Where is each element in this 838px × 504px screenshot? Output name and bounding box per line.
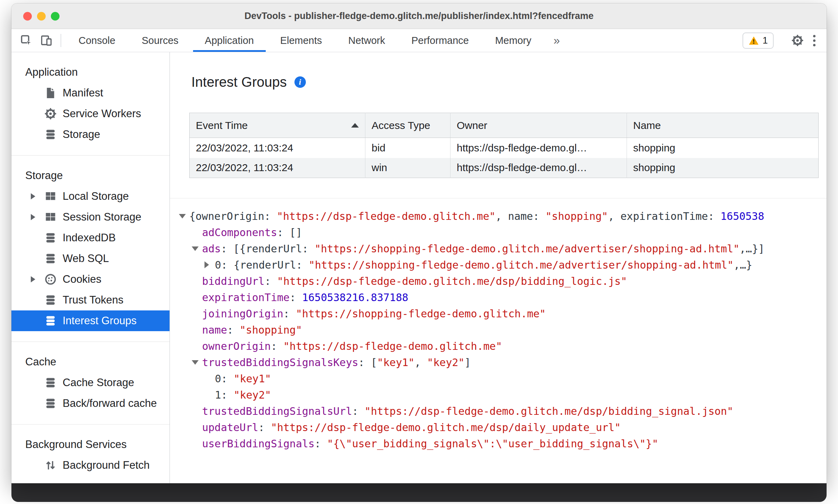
more-tabs-button[interactable]: »	[545, 29, 569, 52]
disclosure-triangle-icon[interactable]	[179, 214, 186, 218]
sidebar-item-cache-storage[interactable]: Cache Storage	[11, 372, 170, 393]
toolbar-right-group: 1	[743, 29, 827, 52]
sidebar-item-storage[interactable]: Storage	[11, 124, 170, 145]
json-key: updateUrl	[202, 421, 258, 433]
sidebar-item-background-fetch[interactable]: Background Fetch	[11, 455, 170, 476]
tree-line[interactable]: 0: {renderUrl: "https://shopping-fledge-…	[170, 257, 827, 273]
cell-name: shopping	[627, 158, 819, 178]
tab-sources[interactable]: Sources	[128, 29, 191, 52]
tab-memory[interactable]: Memory	[482, 29, 545, 52]
storage-database-icon	[44, 314, 57, 327]
sidebar-item-web-sql[interactable]: Web SQL	[11, 248, 170, 269]
service-workers-gear-icon	[44, 107, 57, 120]
column-header-name[interactable]: Name	[627, 113, 819, 138]
storage-database-icon	[44, 128, 57, 141]
table-grid-icon	[44, 190, 57, 203]
disclosure-triangle-icon[interactable]	[31, 276, 44, 282]
page-title: Interest Groups	[191, 74, 287, 90]
sidebar-item-cookies[interactable]: Cookies	[11, 269, 170, 290]
tree-line[interactable]: trustedBiddingSignalsUrl: "https://dsp-f…	[170, 403, 827, 419]
issues-warning-badge[interactable]: 1	[743, 32, 774, 49]
sidebar-item-manifest[interactable]: Manifest	[11, 83, 170, 103]
tree-line[interactable]: ads: [{renderUrl: "https://shopping-fled…	[170, 241, 827, 257]
json-num: 1650538216.837188	[302, 291, 408, 304]
json-key: expirationTime	[202, 291, 290, 304]
tree-line[interactable]: 0: "key1"	[170, 371, 827, 387]
column-header-event-time[interactable]: Event Time	[190, 113, 365, 138]
json-str: "shopping"	[239, 324, 302, 336]
warning-icon	[748, 35, 759, 46]
sidebar-section-application: ApplicationManifestService WorkersStorag…	[11, 52, 170, 156]
sidebar-item-session-storage[interactable]: Session Storage	[11, 207, 170, 227]
sidebar-item-back-forward-cache[interactable]: Back/forward cache	[11, 393, 170, 414]
info-icon[interactable]	[294, 76, 306, 88]
tree-line[interactable]: biddingUrl: "https://dsp-fledge-demo.gli…	[170, 273, 827, 289]
settings-gear-icon[interactable]	[787, 31, 808, 49]
json-str: "https://dsp-fledge-demo.glitch.me/dsp/d…	[271, 421, 621, 433]
disclosure-triangle-icon[interactable]	[192, 360, 199, 365]
tree-line[interactable]: 1: "key2"	[170, 387, 827, 403]
cell-access-type: win	[365, 158, 450, 178]
disclosure-triangle-icon[interactable]	[31, 193, 44, 199]
json-plain: :	[221, 373, 234, 385]
disclosure-triangle-icon[interactable]	[204, 261, 209, 268]
sidebar-item-label: Service Workers	[63, 108, 141, 120]
tree-line[interactable]: joiningOrigin: "https://shopping-fledge-…	[170, 306, 827, 322]
close-window-button[interactable]	[23, 12, 32, 20]
json-str: "https://shopping-fledge-demo.glitch.me"	[296, 308, 546, 320]
table-row[interactable]: 22/03/2022, 11:03:24bidhttps://dsp-fledg…	[190, 138, 819, 158]
cell-access-type: bid	[365, 138, 450, 158]
json-plain: :	[265, 275, 277, 287]
tab-console[interactable]: Console	[65, 29, 128, 52]
tree-line[interactable]: adComponents: []	[170, 224, 827, 241]
table-grid-icon	[44, 211, 57, 224]
inspect-icon[interactable]	[16, 31, 36, 49]
more-menu-icon[interactable]	[808, 35, 821, 46]
tree-line[interactable]: userBiddingSignals: "{\"user_bidding_sig…	[170, 436, 827, 452]
json-str: "{\"user_bidding_signals\":\"user_biddin…	[327, 438, 658, 450]
tree-line[interactable]: trustedBiddingSignalsKeys: ["key1", "key…	[170, 354, 827, 371]
sidebar-item-label: Storage	[63, 128, 100, 141]
tree-line[interactable]: name: "shopping"	[170, 322, 827, 338]
json-str: "key1"	[377, 356, 415, 368]
toolbar-separator	[61, 34, 61, 47]
sidebar-item-indexeddb[interactable]: IndexedDB	[11, 227, 170, 248]
minimize-window-button[interactable]	[37, 12, 46, 20]
sidebar-item-service-workers[interactable]: Service Workers	[11, 103, 170, 124]
sidebar-section-title-storage[interactable]: Storage	[11, 165, 170, 186]
json-key: name	[202, 324, 227, 336]
sidebar-item-label: Interest Groups	[63, 315, 137, 327]
sidebar-item-local-storage[interactable]: Local Storage	[11, 186, 170, 207]
json-plain: : {renderUrl:	[221, 259, 309, 271]
tab-elements[interactable]: Elements	[267, 29, 335, 52]
devtools-body: ApplicationManifestService WorkersStorag…	[11, 52, 827, 483]
disclosure-triangle-icon[interactable]	[192, 246, 199, 251]
tree-line[interactable]: ownerOrigin: "https://dsp-fledge-demo.gl…	[170, 338, 827, 354]
column-header-label: Owner	[457, 120, 487, 131]
sidebar-section-title-background-services[interactable]: Background Services	[11, 434, 170, 455]
tab-network[interactable]: Network	[335, 29, 398, 52]
manifest-icon	[44, 86, 57, 100]
column-header-access-type[interactable]: Access Type	[365, 113, 450, 138]
json-idx: 0	[215, 373, 221, 385]
cell-owner: https://dsp-fledge-demo.gl…	[450, 158, 627, 178]
tree-line[interactable]: {ownerOrigin: "https://dsp-fledge-demo.g…	[170, 208, 827, 224]
tab-performance[interactable]: Performance	[398, 29, 482, 52]
tree-line[interactable]: expirationTime: 1650538216.837188	[170, 289, 827, 306]
device-toolbar-icon[interactable]	[36, 31, 56, 49]
sidebar-section-title-application[interactable]: Application	[11, 62, 170, 83]
table-row[interactable]: 22/03/2022, 11:03:24winhttps://dsp-fledg…	[190, 158, 819, 178]
zoom-window-button[interactable]	[51, 12, 60, 20]
column-header-owner[interactable]: Owner	[450, 113, 627, 138]
cell-name: shopping	[627, 138, 819, 158]
sidebar-section-title-cache[interactable]: Cache	[11, 352, 170, 372]
disclosure-triangle-icon[interactable]	[31, 214, 44, 220]
interest-group-json-tree: {ownerOrigin: "https://dsp-fledge-demo.g…	[170, 198, 827, 452]
json-key: userBiddingSignals	[202, 438, 315, 450]
sidebar-item-interest-groups[interactable]: Interest Groups	[11, 310, 170, 331]
sidebar-item-trust-tokens[interactable]: Trust Tokens	[11, 290, 170, 310]
tab-application[interactable]: Application	[192, 29, 267, 52]
tree-line[interactable]: updateUrl: "https://dsp-fledge-demo.glit…	[170, 419, 827, 436]
cell-event-time: 22/03/2022, 11:03:24	[190, 158, 365, 178]
json-plain: :	[290, 291, 302, 304]
